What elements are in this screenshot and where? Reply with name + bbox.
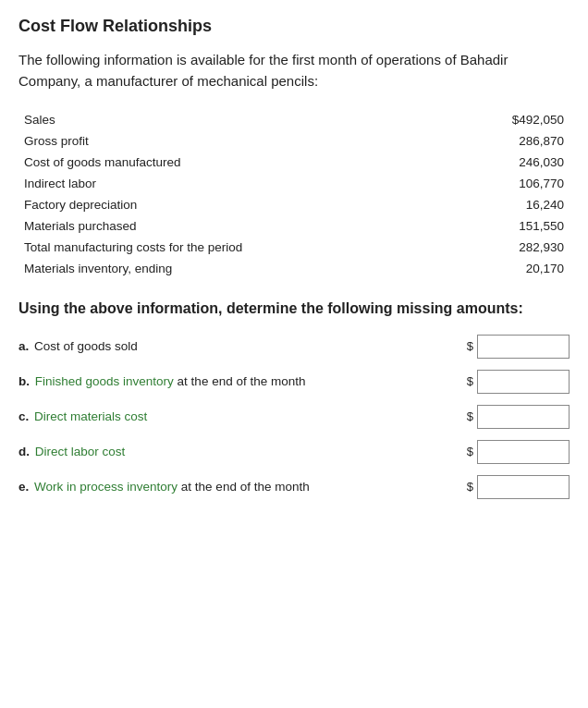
answer-input-group: $ [467,475,570,499]
row-value: 16,240 [349,194,570,215]
question-highlight-text: Direct materials cost [34,409,147,423]
row-value: 282,930 [349,237,570,258]
question-label: e. Work in process inventory at the end … [18,480,467,494]
section-header: Using the above information, determine t… [18,298,570,320]
dollar-sign: $ [467,339,473,353]
answer-input[interactable] [477,370,570,394]
table-row: Cost of goods manufactured246,030 [18,152,570,173]
intro-text: The following information is available f… [18,49,570,92]
question-highlight-text: Work in process inventory [34,480,178,494]
question-label: d. Direct labor cost [18,445,467,458]
question-label: c. Direct materials cost [18,409,467,423]
table-row: Factory depreciation16,240 [18,194,570,215]
question-text-after: at the end of the month [174,374,306,388]
question-row: d. Direct labor cost $ [18,440,570,464]
question-letter: b. [18,374,30,388]
dollar-sign: $ [467,409,473,423]
question-letter: e. [18,480,29,494]
answer-input[interactable] [477,475,570,499]
question-row: a. Cost of goods sold $ [18,335,570,359]
row-label: Sales [18,109,349,130]
question-highlight-text: Finished goods inventory [35,374,174,388]
answer-input-group: $ [467,405,570,429]
question-letter: c. [18,409,29,423]
question-highlight-text: Direct labor cost [35,445,126,458]
table-row: Gross profit286,870 [18,130,570,152]
row-value: 20,170 [349,258,570,279]
row-value: $492,050 [349,109,570,130]
dollar-sign: $ [467,445,473,458]
answer-input-group: $ [467,370,570,394]
table-row: Sales$492,050 [18,109,570,130]
answer-input-group: $ [467,335,570,359]
dollar-sign: $ [467,480,473,494]
row-label: Materials inventory, ending [18,258,349,279]
question-text-after: at the end of the month [178,480,310,494]
question-row: c. Direct materials cost $ [18,405,570,429]
row-label: Cost of goods manufactured [18,152,349,173]
row-value: 246,030 [349,152,570,173]
row-label: Materials purchased [18,215,349,237]
row-label: Indirect labor [18,173,349,194]
row-value: 151,550 [349,215,570,237]
question-letter: a. [18,339,29,353]
question-label: b. Finished goods inventory at the end o… [18,374,467,388]
question-text: Cost of goods sold [34,339,138,353]
table-row: Total manufacturing costs for the period… [18,237,570,258]
questions-section: a. Cost of goods sold $ b. Finished good… [18,335,570,499]
answer-input[interactable] [477,335,570,359]
question-row: e. Work in process inventory at the end … [18,475,570,499]
table-row: Indirect labor106,770 [18,173,570,194]
answer-input[interactable] [477,440,570,464]
question-row: b. Finished goods inventory at the end o… [18,370,570,394]
table-row: Materials inventory, ending20,170 [18,258,570,279]
answer-input-group: $ [467,440,570,464]
data-table: Sales$492,050Gross profit286,870Cost of … [18,109,570,279]
table-row: Materials purchased151,550 [18,215,570,237]
page-title: Cost Flow Relationships [18,17,570,36]
row-label: Gross profit [18,130,349,152]
row-label: Factory depreciation [18,194,349,215]
row-value: 286,870 [349,130,570,152]
row-label: Total manufacturing costs for the period [18,237,349,258]
row-value: 106,770 [349,173,570,194]
question-letter: d. [18,445,30,458]
answer-input[interactable] [477,405,570,429]
dollar-sign: $ [467,374,473,388]
question-label: a. Cost of goods sold [18,339,467,353]
